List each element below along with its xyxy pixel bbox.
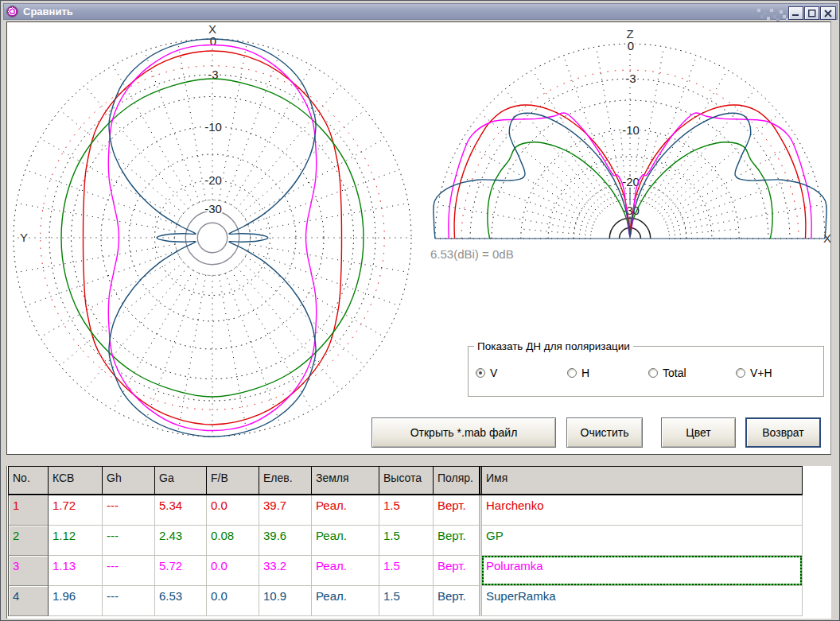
cell-ksv[interactable]: 1.72 (49, 495, 103, 526)
color-button[interactable]: Цвет (661, 417, 736, 448)
cell-ground[interactable]: Реал. (312, 556, 379, 586)
cell-name[interactable]: Harchenko (480, 495, 803, 526)
cell-ga[interactable]: 5.34 (155, 495, 207, 526)
clear-button[interactable]: Очистить (566, 417, 643, 448)
comparison-table: No.КСВGhGaF/BЕлев.ЗемляВысотаПоляр.Имя11… (8, 466, 803, 616)
radio-selected-icon[interactable] (476, 368, 485, 378)
cell-gh[interactable]: --- (103, 556, 155, 586)
svg-text:-3: -3 (625, 72, 636, 85)
cell-elev[interactable]: 39.6 (259, 526, 312, 556)
cell-name[interactable]: Poluramka (480, 556, 803, 586)
table-row[interactable]: 41.96---6.530.010.9Реал.1.5Верт.SuperRam… (8, 586, 803, 616)
radio-icon[interactable] (648, 368, 658, 378)
cell-pol[interactable]: Верт. (434, 495, 480, 526)
svg-text:-20: -20 (204, 173, 222, 187)
return-button[interactable]: Возврат (745, 417, 821, 448)
radio-option-Total[interactable]: Total (648, 367, 686, 379)
maximize-icon (808, 10, 816, 17)
cell-elev[interactable]: 10.9 (259, 586, 312, 616)
table-row[interactable]: 21.12---2.430.0839.6Реал.1.5Верт.GP (8, 526, 803, 556)
column-header-height: Высота (379, 466, 434, 494)
cell-ga[interactable]: 6.53 (155, 586, 207, 616)
radio-option-V+H[interactable]: V+H (736, 367, 772, 379)
close-icon (824, 10, 832, 17)
close-button[interactable] (820, 6, 836, 20)
svg-text:X: X (208, 22, 216, 36)
minimize-button[interactable] (788, 6, 803, 20)
radio-option-label: H (581, 367, 589, 379)
cell-fb[interactable]: 0.08 (207, 526, 259, 556)
svg-text:6.53(dBi) = 0dB: 6.53(dBi) = 0dB (430, 247, 514, 261)
cell-ground[interactable]: Реал. (312, 586, 379, 616)
column-header-fb: F/B (207, 466, 259, 494)
cell-ground[interactable]: Реал. (312, 526, 379, 556)
radio-icon[interactable] (567, 368, 577, 378)
cell-no[interactable]: 1 (8, 495, 49, 526)
cell-name[interactable]: GP (480, 526, 803, 556)
cell-ksv[interactable]: 1.12 (49, 526, 103, 556)
cell-elev[interactable]: 33.2 (259, 556, 312, 586)
titlebar: Сравнить (3, 3, 838, 20)
cell-height[interactable]: 1.5 (379, 526, 434, 556)
cell-elev[interactable]: 39.7 (259, 495, 312, 526)
cell-height[interactable]: 1.5 (379, 495, 434, 526)
cell-pol[interactable]: Верт. (434, 586, 480, 616)
radio-option-label: V (490, 367, 497, 379)
cell-name[interactable]: SuperRamka (480, 586, 803, 616)
cell-gh[interactable]: --- (103, 586, 155, 616)
cell-fb[interactable]: 0.0 (207, 556, 259, 586)
svg-text:-10: -10 (622, 123, 640, 137)
cell-no[interactable]: 2 (8, 526, 49, 556)
cell-ksv[interactable]: 1.13 (49, 556, 103, 586)
maximize-button[interactable] (804, 6, 819, 20)
cell-pol[interactable]: Верт. (434, 526, 480, 556)
cell-ksv[interactable]: 1.96 (49, 586, 103, 616)
column-header-ga: Ga (155, 466, 207, 494)
radio-option-label: Total (663, 367, 686, 379)
column-header-elev: Елев. (259, 466, 312, 494)
comparison-table-section: No.КСВGhGaF/BЕлев.ЗемляВысотаПоляр.Имя11… (6, 466, 831, 619)
cell-no[interactable]: 4 (8, 586, 49, 616)
svg-text:Y: Y (20, 231, 28, 244)
svg-text:0: 0 (628, 39, 634, 52)
cell-fb[interactable]: 0.0 (207, 586, 259, 616)
cell-no[interactable]: 3 (8, 556, 49, 586)
cell-pol[interactable]: Верт. (434, 556, 480, 586)
table-header-row: No.КСВGhGaF/BЕлев.ЗемляВысотаПоляр.Имя (8, 466, 803, 495)
window-title: Сравнить (23, 6, 73, 17)
svg-text:-10: -10 (204, 120, 222, 134)
column-header-pol: Поляр. (434, 466, 480, 494)
svg-text:Z: Z (626, 27, 633, 41)
radio-option-label: V+H (750, 367, 772, 379)
plot-panel: 0-3-10-20-30XY0-3-10-20-30ZX6.53(dBi) = … (6, 21, 831, 455)
radio-option-H[interactable]: H (567, 367, 589, 379)
polarization-groupbox: Показать ДН для поляризации VHTotalV+H (468, 346, 824, 397)
cell-gh[interactable]: --- (103, 526, 155, 556)
column-header-no: No. (8, 466, 49, 494)
minimize-icon (792, 10, 799, 17)
column-header-ground: Земля (312, 466, 379, 494)
cell-ground[interactable]: Реал. (312, 495, 379, 526)
cell-ga[interactable]: 5.72 (155, 556, 207, 586)
polarization-groupbox-title: Показать ДН для поляризации (474, 340, 633, 352)
column-header-ksv: КСВ (49, 466, 103, 494)
cell-gh[interactable]: --- (103, 495, 155, 526)
app-icon (6, 6, 18, 17)
radio-option-V[interactable]: V (476, 367, 497, 379)
open-mab-file-button[interactable]: Открыть *.mab файл (371, 417, 556, 448)
table-row[interactable]: 31.13---5.720.033.2Реал.1.5Верт.Poluramk… (8, 556, 803, 586)
cell-ga[interactable]: 2.43 (155, 526, 207, 556)
svg-text:-30: -30 (204, 202, 222, 215)
cell-height[interactable]: 1.5 (379, 586, 434, 616)
cell-fb[interactable]: 0.0 (207, 495, 259, 526)
table-row[interactable]: 11.72---5.340.039.7Реал.1.5Верт.Harchenk… (8, 495, 803, 526)
column-header-name: Имя (480, 466, 803, 494)
radio-icon[interactable] (736, 368, 745, 378)
column-header-gh: Gh (103, 466, 155, 494)
cell-height[interactable]: 1.5 (379, 556, 434, 586)
compare-window: Сравнить 0-3-10-20-30XY0-3-10-20-30ZX6.5… (0, 0, 840, 621)
titlebar-texture (757, 9, 760, 12)
